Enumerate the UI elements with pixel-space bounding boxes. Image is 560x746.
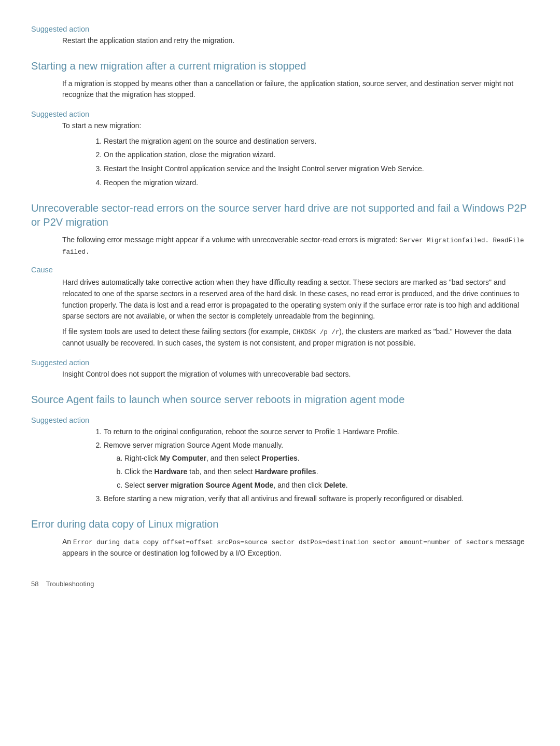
unrecoverable-intro: The following error message might appear… (62, 234, 529, 258)
cause-section: Cause Hard drives automatically take cor… (31, 266, 529, 349)
new-migration-heading: Starting a new migration after a current… (31, 59, 529, 73)
unrecoverable-prefix: The following error message might appear… (62, 236, 400, 244)
section-error-data-copy: Error during data copy of Linux migratio… (31, 517, 529, 559)
suggested-action-section-3: Suggested action Insight Control does no… (31, 358, 529, 380)
hardware-profiles-bold: Hardware profiles (255, 467, 316, 476)
step-1: Restart the migration agent on the sourc… (104, 136, 529, 147)
section-new-migration: Starting a new migration after a current… (31, 59, 529, 101)
suggested-action-heading-3: Suggested action (31, 358, 529, 367)
suggested-action-body-4: To return to the original configuration,… (62, 426, 529, 505)
suggested-action-body-3: Insight Control does not support the mig… (62, 369, 529, 380)
suggested-action-section-1: Suggested action Restart the application… (31, 25, 529, 47)
cause-paragraph-2: If file system tools are used to detect … (62, 326, 529, 349)
insight-control-text: Insight Control does not support the mig… (62, 369, 529, 380)
hardware-bold: Hardware (155, 467, 188, 476)
source-agent-mode-bold: server migration Source Agent Mode (147, 481, 274, 489)
step-2: On the application station, close the mi… (104, 149, 529, 161)
error-data-copy-desc: An Error during data copy offset=offset … (62, 536, 529, 559)
my-computer-bold: My Computer (160, 454, 206, 462)
source-agent-steps: To return to the original configuration,… (104, 426, 529, 505)
suggested-action-section-2: Suggested action To start a new migratio… (31, 110, 529, 188)
new-migration-intro: If a migration is stopped by means other… (62, 78, 529, 101)
suggested-action-body-1: Restart the application station and retr… (62, 35, 529, 47)
suggested-action-body-2: To start a new migration: Restart the mi… (62, 120, 529, 188)
restart-text: Restart the application station and retr… (62, 35, 529, 47)
step-3: Restart the Insight Control application … (104, 163, 529, 175)
section-unrecoverable: Unrecoverable sector-read errors on the … (31, 201, 529, 258)
cause-prefix: If file system tools are used to detect … (62, 327, 292, 336)
page-footer: 58 Troubleshooting (31, 580, 529, 588)
error-data-copy-heading: Error during data copy of Linux migratio… (31, 517, 529, 531)
cause-body: Hard drives automatically take correctiv… (62, 277, 529, 349)
source-step-2: Remove server migration Source Agent Mod… (104, 440, 529, 491)
section-source-agent: Source Agent fails to launch when source… (31, 393, 529, 407)
suggested-action-heading-4: Suggested action (31, 416, 529, 424)
suggested-action-section-4: Suggested action To return to the origin… (31, 416, 529, 505)
suggested-action-heading-1: Suggested action (31, 25, 529, 33)
substep-c: Select server migration Source Agent Mod… (124, 480, 529, 491)
to-start-label: To start a new migration: (62, 120, 529, 132)
substep-b: Click the Hardware tab, and then select … (124, 466, 529, 478)
properties-bold: Properties (262, 454, 298, 462)
suggested-action-heading-2: Suggested action (31, 110, 529, 118)
source-agent-heading: Source Agent fails to launch when source… (31, 393, 529, 407)
error-mono: Error during data copy offset=offset src… (73, 539, 493, 546)
error-data-copy-body: An Error during data copy offset=offset … (62, 536, 529, 559)
unrecoverable-heading: Unrecoverable sector-read errors on the … (31, 201, 529, 229)
cause-paragraph-1: Hard drives automatically take correctiv… (62, 277, 529, 322)
delete-bold: Delete (324, 481, 346, 489)
source-step-3: Before starting a new migration, verify … (104, 493, 529, 505)
source-step-2-substeps: Right-click My Computer, and then select… (124, 453, 529, 491)
page-number: 58 (31, 580, 38, 588)
unrecoverable-desc: The following error message might appear… (62, 234, 529, 258)
source-step-1: To return to the original configuration,… (104, 426, 529, 438)
cause-heading: Cause (31, 266, 529, 274)
error-prefix: An (62, 537, 73, 546)
chkdsk-mono: CHKDSK /p /r (292, 329, 339, 336)
new-migration-steps: Restart the migration agent on the sourc… (104, 136, 529, 189)
substep-a: Right-click My Computer, and then select… (124, 453, 529, 464)
footer-section-label: Troubleshooting (46, 580, 94, 588)
step-4: Reopen the migration wizard. (104, 177, 529, 189)
new-migration-desc: If a migration is stopped by means other… (62, 78, 529, 101)
